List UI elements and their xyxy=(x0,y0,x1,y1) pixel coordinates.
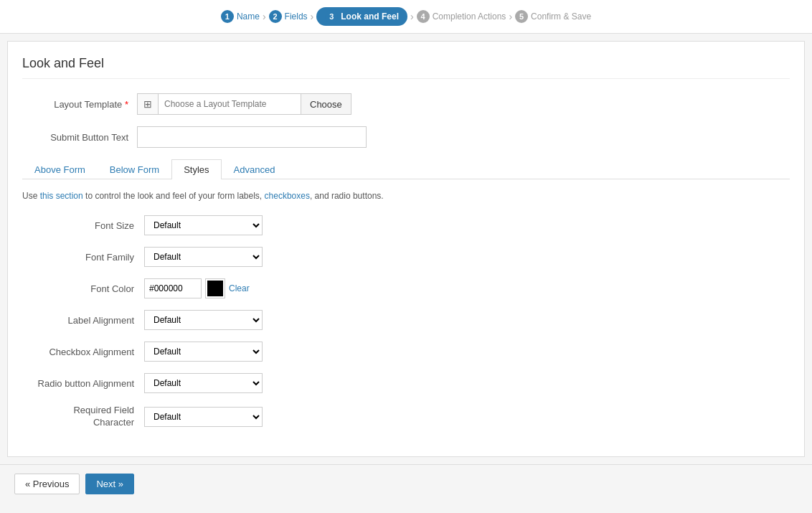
radio-button-alignment-label: Radio button Alignment xyxy=(29,378,144,389)
wizard-nav: 1 Name › 2 Fields › 3 Look and Feel › 4 … xyxy=(0,0,812,34)
required-field-character-label: Required FieldCharacter xyxy=(29,405,144,429)
main-content: Look and Feel Layout Template * ⊞ Choose… xyxy=(7,41,805,457)
font-size-select[interactable]: Default Small Medium Large xyxy=(144,215,263,235)
font-family-select[interactable]: Default Arial Times New Roman Verdana xyxy=(144,247,263,267)
font-family-label: Font Family xyxy=(29,252,144,263)
info-link-checkboxes[interactable]: checkboxes xyxy=(265,191,310,201)
radio-button-alignment-row: Radio button Alignment Default Left Righ… xyxy=(29,373,790,393)
layout-template-row: Layout Template * ⊞ Choose xyxy=(22,93,790,115)
styles-info-text: Use this section to control the look and… xyxy=(22,191,790,201)
font-color-text-input[interactable] xyxy=(144,278,202,298)
radio-button-alignment-select[interactable]: Default Left Right xyxy=(144,373,263,393)
font-color-group: Clear xyxy=(144,278,250,298)
font-size-row: Font Size Default Small Medium Large xyxy=(29,215,790,235)
previous-button[interactable]: « Previous xyxy=(14,474,80,494)
tabs-bar: Above Form Below Form Styles Advanced xyxy=(22,159,790,179)
step-badge-5: 5 xyxy=(515,10,528,23)
grid-icon: ⊞ xyxy=(143,98,152,110)
label-alignment-row: Label Alignment Default Left Right Cente… xyxy=(29,310,790,330)
step-badge-3: 3 xyxy=(325,10,338,23)
layout-template-label: Layout Template * xyxy=(22,99,137,110)
font-family-row: Font Family Default Arial Times New Roma… xyxy=(29,247,790,267)
required-field-character-row: Required FieldCharacter Default * Asteri… xyxy=(29,405,790,429)
choose-button[interactable]: Choose xyxy=(301,93,351,115)
required-field-character-select[interactable]: Default * Asterisk † Dagger xyxy=(144,407,263,427)
font-color-row: Font Color Clear xyxy=(29,278,790,298)
footer-bar: « Previous Next » xyxy=(0,464,812,503)
step-label-3: Look and Feel xyxy=(341,11,399,22)
step-label-4: Completion Actions xyxy=(433,11,506,22)
wizard-step-3[interactable]: 3 Look and Feel xyxy=(316,7,407,26)
tab-above-form[interactable]: Above Form xyxy=(22,159,98,179)
font-color-label: Font Color xyxy=(29,283,144,294)
wizard-arrow-1: › xyxy=(263,11,266,22)
tab-styles[interactable]: Styles xyxy=(171,159,221,179)
checkbox-alignment-row: Checkbox Alignment Default Left Right xyxy=(29,342,790,362)
tab-advanced[interactable]: Advanced xyxy=(222,159,288,179)
step-label-5: Confirm & Save xyxy=(531,11,591,22)
label-alignment-select[interactable]: Default Left Right Center xyxy=(144,310,263,330)
info-link-this-section[interactable]: this section xyxy=(40,191,83,201)
clear-link[interactable]: Clear xyxy=(229,283,250,293)
required-star: * xyxy=(122,99,128,110)
page-title: Look and Feel xyxy=(22,56,790,79)
template-icon-box: ⊞ xyxy=(137,93,158,115)
step-label-1: Name xyxy=(237,11,260,22)
checkbox-alignment-select[interactable]: Default Left Right xyxy=(144,342,263,362)
step-label-2: Fields xyxy=(285,11,308,22)
submit-button-text-label: Submit Button Text xyxy=(22,132,137,143)
submit-button-text-row: Submit Button Text xyxy=(22,126,790,148)
layout-template-input[interactable] xyxy=(158,93,301,115)
styles-form: Font Size Default Small Medium Large Fon… xyxy=(22,215,790,429)
wizard-step-5[interactable]: 5 Confirm & Save xyxy=(515,10,591,23)
wizard-arrow-3: › xyxy=(410,11,414,22)
wizard-arrow-2: › xyxy=(311,11,314,22)
step-badge-2: 2 xyxy=(269,10,282,23)
checkbox-alignment-label: Checkbox Alignment xyxy=(29,347,144,357)
tab-below-form[interactable]: Below Form xyxy=(98,159,171,179)
next-button[interactable]: Next » xyxy=(85,474,134,494)
layout-template-input-group: ⊞ Choose xyxy=(137,93,351,115)
wizard-step-4[interactable]: 4 Completion Actions xyxy=(417,10,506,23)
wizard-step-2[interactable]: 2 Fields xyxy=(269,10,308,23)
label-alignment-label: Label Alignment xyxy=(29,315,144,326)
font-size-label: Font Size xyxy=(29,220,144,231)
step-badge-4: 4 xyxy=(417,10,430,23)
wizard-arrow-4: › xyxy=(509,11,512,22)
color-swatch[interactable] xyxy=(206,279,225,298)
step-badge-1: 1 xyxy=(221,10,234,23)
wizard-step-1[interactable]: 1 Name xyxy=(221,10,260,23)
submit-button-text-input[interactable] xyxy=(137,126,367,148)
